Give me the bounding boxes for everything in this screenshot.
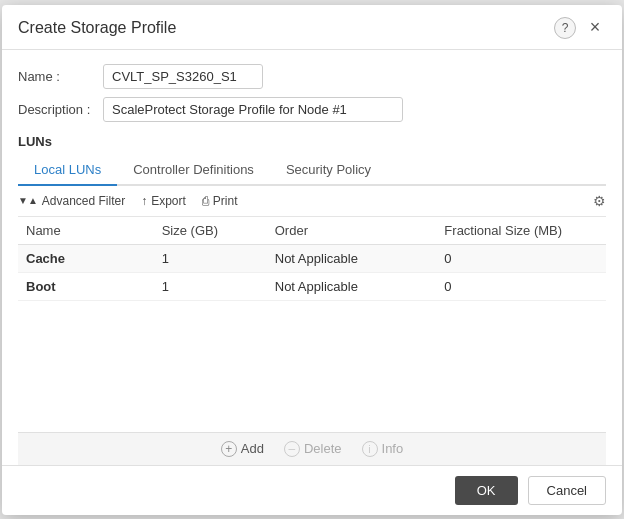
col-header-frac: Fractional Size (MB) xyxy=(436,217,606,245)
name-input[interactable] xyxy=(103,64,263,89)
col-header-order: Order xyxy=(267,217,437,245)
col-header-size: Size (GB) xyxy=(154,217,267,245)
cell-name-1: Boot xyxy=(18,272,154,300)
ok-button[interactable]: OK xyxy=(455,476,518,505)
dialog-body: Name : Description : LUNs Local LUNs Con… xyxy=(2,50,622,465)
dialog-title: Create Storage Profile xyxy=(18,19,176,37)
add-label: Add xyxy=(241,441,264,456)
print-button[interactable]: ⎙ Print xyxy=(202,192,238,210)
delete-button[interactable]: – Delete xyxy=(284,441,342,457)
gear-button[interactable]: ⚙ xyxy=(593,193,606,209)
luns-section: LUNs Local LUNs Controller Definitions S… xyxy=(18,130,606,465)
create-storage-profile-dialog: Create Storage Profile ? × Name : Descri… xyxy=(2,5,622,515)
export-button[interactable]: ↑ Export xyxy=(141,192,186,210)
cell-frac-1: 0 xyxy=(436,272,606,300)
info-label: Info xyxy=(382,441,404,456)
delete-label: Delete xyxy=(304,441,342,456)
advanced-filter-label: Advanced Filter xyxy=(42,194,125,208)
table-row[interactable]: Cache 1 Not Applicable 0 xyxy=(18,244,606,272)
cell-name-0: Cache xyxy=(18,244,154,272)
print-label: Print xyxy=(213,194,238,208)
description-input[interactable] xyxy=(103,97,403,122)
info-button[interactable]: i Info xyxy=(362,441,404,457)
col-header-name: Name xyxy=(18,217,154,245)
info-icon: i xyxy=(362,441,378,457)
delete-icon: – xyxy=(284,441,300,457)
table-header-row: Name Size (GB) Order Fractional Size (MB… xyxy=(18,217,606,245)
description-label: Description : xyxy=(18,102,103,117)
tabs-bar: Local LUNs Controller Definitions Securi… xyxy=(18,155,606,186)
tab-local-luns[interactable]: Local LUNs xyxy=(18,155,117,186)
print-icon: ⎙ xyxy=(202,194,209,208)
cell-size-0: 1 xyxy=(154,244,267,272)
tab-controller-definitions[interactable]: Controller Definitions xyxy=(117,155,270,186)
advanced-filter-button[interactable]: ▼▲ Advanced Filter xyxy=(18,192,125,210)
help-button[interactable]: ? xyxy=(554,17,576,39)
header-actions: ? × xyxy=(554,17,606,39)
table-row[interactable]: Boot 1 Not Applicable 0 xyxy=(18,272,606,300)
export-label: Export xyxy=(151,194,186,208)
luns-table: Name Size (GB) Order Fractional Size (MB… xyxy=(18,217,606,301)
description-row: Description : xyxy=(18,97,606,122)
name-label: Name : xyxy=(18,69,103,84)
tab-security-policy[interactable]: Security Policy xyxy=(270,155,387,186)
name-row: Name : xyxy=(18,64,606,89)
dialog-header: Create Storage Profile ? × xyxy=(2,5,622,50)
cell-order-1: Not Applicable xyxy=(267,272,437,300)
cell-size-1: 1 xyxy=(154,272,267,300)
luns-table-container: Name Size (GB) Order Fractional Size (MB… xyxy=(18,217,606,367)
add-icon: + xyxy=(221,441,237,457)
add-button[interactable]: + Add xyxy=(221,441,264,457)
cancel-button[interactable]: Cancel xyxy=(528,476,606,505)
cell-order-0: Not Applicable xyxy=(267,244,437,272)
luns-label: LUNs xyxy=(18,134,606,149)
close-button[interactable]: × xyxy=(584,17,606,39)
bottom-action-bar: + Add – Delete i Info xyxy=(18,432,606,465)
cell-frac-0: 0 xyxy=(436,244,606,272)
toolbar: ▼▲ Advanced Filter ↑ Export ⎙ Print ⚙ xyxy=(18,186,606,217)
filter-icon: ▼▲ xyxy=(18,195,38,206)
spacer xyxy=(18,366,606,432)
export-icon: ↑ xyxy=(141,194,147,208)
dialog-footer: OK Cancel xyxy=(2,465,622,515)
